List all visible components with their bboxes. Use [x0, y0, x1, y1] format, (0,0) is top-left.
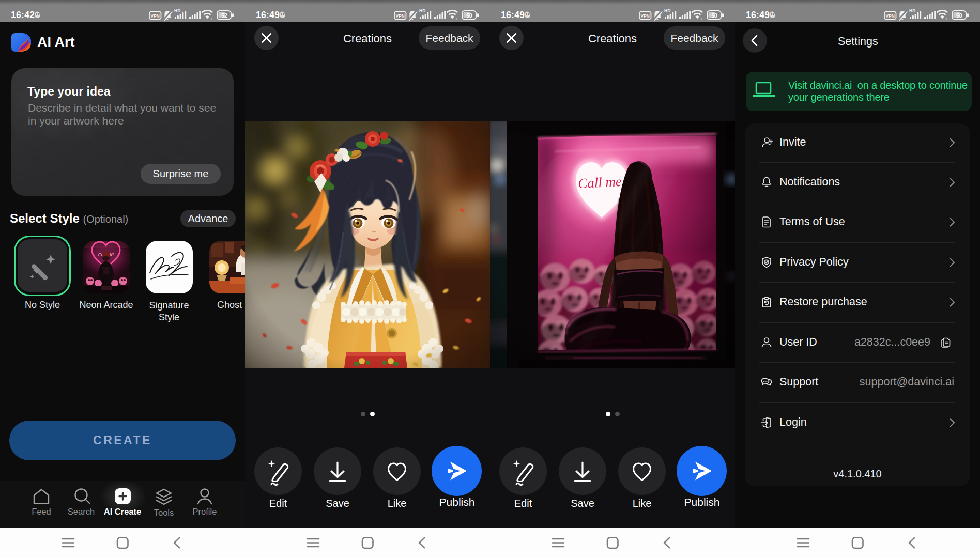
- svg-text:Feed: Feed: [32, 507, 51, 516]
- svg-text:50: 50: [956, 12, 962, 19]
- svg-text:50: 50: [711, 12, 717, 19]
- svg-text:HD: HD: [664, 8, 670, 13]
- svg-text:VPN: VPN: [151, 13, 160, 19]
- svg-text:4: 4: [456, 17, 458, 20]
- svg-text:Search: Search: [68, 507, 95, 516]
- svg-text:VPN: VPN: [396, 13, 405, 19]
- svg-text:HD: HD: [909, 8, 915, 13]
- svg-text:HD: HD: [174, 8, 180, 13]
- svg-text:Tools: Tools: [154, 508, 174, 517]
- svg-text:52: 52: [221, 12, 227, 19]
- svg-text:50: 50: [466, 12, 472, 19]
- svg-text:4: 4: [946, 17, 948, 20]
- svg-text:4: 4: [211, 17, 213, 20]
- svg-text:VPN: VPN: [886, 13, 895, 19]
- svg-text:Profile: Profile: [193, 507, 217, 516]
- svg-text:HD: HD: [419, 8, 425, 13]
- svg-text:VPN: VPN: [641, 13, 650, 19]
- svg-text:4: 4: [701, 17, 703, 20]
